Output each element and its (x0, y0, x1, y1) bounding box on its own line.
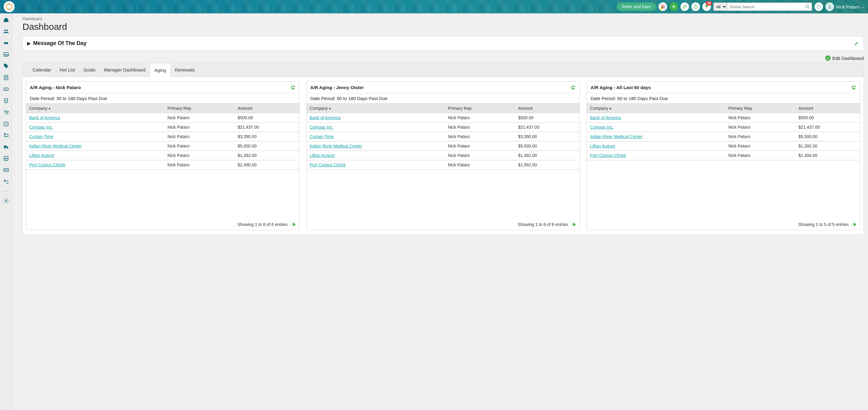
truck-icon (3, 144, 9, 150)
tab-manager-dashboard[interactable]: Manager Dashboard (100, 63, 150, 77)
widget-date-period: Date Period: 90 to 180 Days Past Due (587, 93, 860, 104)
nav-mailbox[interactable] (3, 132, 9, 139)
link-button[interactable] (680, 2, 689, 11)
company-link[interactable]: Indian River Medical Center (310, 144, 362, 148)
add-button[interactable] (670, 2, 678, 11)
refresh-icon[interactable] (851, 85, 857, 90)
company-link[interactable]: Indian River Medical Center (29, 144, 82, 148)
tag-icon (3, 63, 9, 69)
company-link[interactable]: Curtain Time (29, 134, 53, 139)
pager-next[interactable] (293, 222, 296, 227)
refer-and-earn-button[interactable]: Refer and Earn (617, 2, 656, 11)
col-primary-rep[interactable]: Primary Rep (164, 104, 235, 113)
pager-prev[interactable] (290, 222, 292, 227)
breadcrumb[interactable]: Dashboard (23, 17, 864, 21)
svg-text:W2: W2 (4, 157, 8, 160)
app-logo[interactable] (4, 1, 14, 12)
widget-title: A/R Aging - Jenny Oister (310, 85, 364, 90)
amount-cell: $21,437.00 (515, 123, 580, 132)
tab-calendar[interactable]: Calendar (28, 63, 55, 77)
col-company[interactable]: Company▼ (587, 104, 725, 113)
company-link[interactable]: Indian River Medical Center (590, 134, 643, 139)
company-link[interactable]: Bank of America (590, 115, 621, 120)
table-row: Indian River Medical CenterNick Pataro$5… (307, 141, 580, 151)
table-row: Compas Inc.Nick Pataro$21,437.00 (587, 123, 860, 132)
widget-date-period: Date Period: 60 to 180 Days Past Due (307, 93, 580, 104)
primary-rep-cell: Nick Pataro (445, 151, 515, 160)
pager-prev[interactable] (570, 222, 572, 227)
tab-renewals[interactable]: Renewals (170, 63, 199, 77)
company-link[interactable]: Port Corpus Christi (310, 163, 346, 167)
nav-people[interactable] (3, 28, 9, 35)
pager-next[interactable] (854, 222, 857, 227)
col-company[interactable]: Company▼ (26, 104, 164, 113)
nav-deals[interactable] (3, 39, 9, 46)
search-scope-select[interactable]: All (713, 2, 727, 11)
nav-mail[interactable] (3, 167, 9, 173)
nav-cart[interactable] (3, 109, 9, 116)
company-link[interactable]: Bank of America (310, 115, 341, 120)
nav-calendar[interactable] (3, 120, 9, 127)
company-link[interactable]: Compas Inc. (590, 125, 614, 129)
nav-clipboard[interactable] (3, 97, 9, 104)
table-row: Lillian AugustNick Pataro$1,392.00 (26, 151, 299, 160)
tab-goals[interactable]: Goals (79, 63, 100, 77)
company-link[interactable]: Lillian August (590, 144, 615, 148)
search-icon[interactable] (805, 4, 810, 9)
col-amount[interactable]: Amount (235, 104, 299, 113)
nav-home[interactable] (3, 17, 9, 23)
user-menu[interactable]: Nick Pataro ⌄ (826, 2, 864, 11)
tab-aging[interactable]: Aging (150, 63, 170, 77)
dashboard-panel: CalendarHot ListGoalsManager DashboardAg… (23, 63, 864, 235)
celebrate-icon[interactable]: 🎉 (659, 2, 667, 11)
primary-rep-cell: Nick Pataro (164, 141, 235, 151)
nav-return[interactable] (3, 178, 9, 185)
table-row: Curtain TimeNick Pataro$3,390.00 (307, 132, 580, 141)
nav-doc[interactable] (3, 74, 9, 81)
edit-dashboard-button[interactable]: Edit Dashboard (23, 55, 864, 61)
company-link[interactable]: Lillian August (310, 153, 335, 158)
primary-rep-cell: Nick Pataro (725, 141, 795, 151)
company-link[interactable]: Curtain Time (310, 134, 334, 139)
message-of-the-day-panel[interactable]: ▶ Message Of The Day (23, 36, 864, 51)
col-amount[interactable]: Amount (515, 104, 580, 113)
history-button[interactable] (691, 2, 700, 11)
nav-image[interactable] (3, 51, 9, 58)
table-row: Lillian AugustNick Pataro$1,392.00 (307, 151, 580, 160)
pager-next[interactable] (573, 222, 576, 227)
company-link[interactable]: Lillian August (29, 153, 54, 158)
company-link[interactable]: Port Corpus Christi (590, 153, 626, 158)
refresh-icon[interactable] (570, 85, 576, 90)
tab-hot-list[interactable]: Hot List (55, 63, 79, 77)
col-amount[interactable]: Amount (795, 104, 860, 113)
company-link[interactable]: Port Corpus Christi (29, 163, 65, 167)
edit-dashboard-icon (825, 55, 831, 61)
col-company[interactable]: Company▼ (307, 104, 445, 113)
amount-cell: $5,500.00 (515, 141, 580, 151)
col-primary-rep[interactable]: Primary Rep (445, 104, 515, 113)
nav-w2[interactable]: W2 (3, 155, 9, 162)
gear-icon (3, 198, 9, 204)
amount-cell: $2,490.00 (235, 160, 299, 170)
company-link[interactable]: Compas Inc. (29, 125, 53, 129)
ar-aging-widget: A/R Aging - All Last 60 daysDate Period:… (587, 81, 860, 230)
notifications-button[interactable]: 29 (702, 2, 711, 11)
help-button[interactable]: ? (814, 2, 823, 11)
nav-tag[interactable] (3, 63, 9, 69)
aging-table: Company▼Primary RepAmountBank of America… (26, 104, 299, 170)
company-link[interactable]: Compas Inc. (310, 125, 334, 129)
link-icon (682, 4, 687, 9)
table-row: Port Corpus ChristiNick Pataro$1,992.00 (307, 160, 580, 170)
refresh-icon[interactable] (290, 85, 296, 90)
primary-rep-cell: Nick Pataro (725, 151, 795, 160)
global-search-input[interactable] (727, 2, 812, 11)
nav-settings[interactable] (3, 197, 9, 204)
pager-prev[interactable] (850, 222, 853, 227)
nav-truck[interactable] (3, 144, 9, 150)
nav-money[interactable]: $ (3, 86, 9, 92)
col-primary-rep[interactable]: Primary Rep (725, 104, 795, 113)
primary-rep-cell: Nick Pataro (725, 113, 795, 123)
company-link[interactable]: Bank of America (29, 115, 60, 120)
primary-rep-cell: Nick Pataro (164, 132, 235, 141)
pencil-icon[interactable] (854, 41, 859, 46)
